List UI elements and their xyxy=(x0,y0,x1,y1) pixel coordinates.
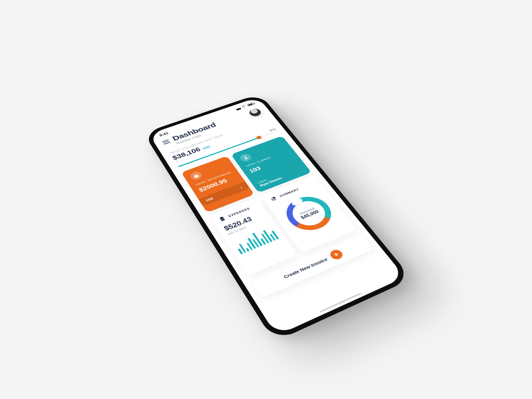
phone-frame: 9:41 Dashboard Tendulkar Corps xyxy=(143,93,412,342)
clipboard-icon: $ xyxy=(217,215,227,223)
collected-currency: USD xyxy=(202,145,211,150)
summary-title: SUMMARY xyxy=(279,188,300,198)
chevron-down-icon[interactable]: ⌄ xyxy=(239,186,243,189)
person-icon xyxy=(238,153,253,163)
svg-point-0 xyxy=(244,156,246,158)
money-bag-icon xyxy=(189,171,203,181)
create-invoice-label: Create New Invoice xyxy=(283,256,329,279)
outstanding-currency: USD xyxy=(205,197,214,202)
menu-button[interactable] xyxy=(162,139,171,145)
phone-screen: 9:41 Dashboard Tendulkar Corps xyxy=(149,97,405,336)
pie-chart-icon xyxy=(269,195,279,202)
plus-icon: + xyxy=(328,248,345,261)
home-indicator xyxy=(319,293,362,313)
